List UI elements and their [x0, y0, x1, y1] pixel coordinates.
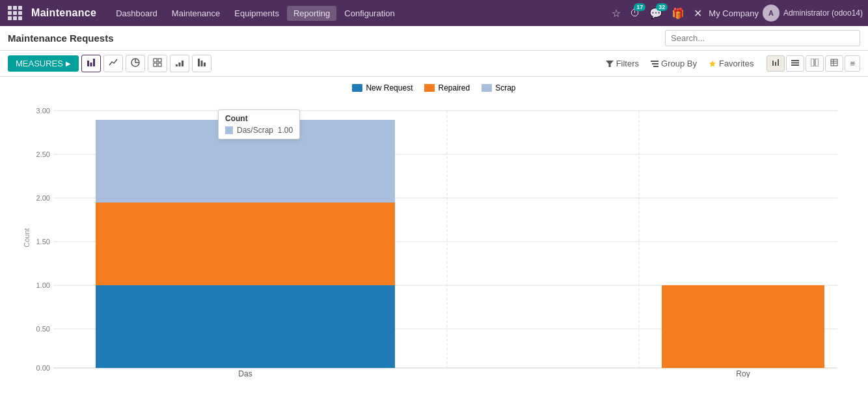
svg-rect-15 [204, 63, 206, 66]
clock-badge: 17 [634, 3, 645, 11]
search-input[interactable] [665, 30, 860, 46]
scrap-swatch [481, 84, 492, 92]
close-icon[interactable]: ✕ [691, 5, 705, 22]
legend-repaired: Repaired [424, 83, 470, 92]
bar-chart-button[interactable] [81, 55, 101, 72]
svg-marker-16 [606, 61, 614, 67]
kanban-view-button[interactable] [806, 55, 824, 72]
svg-rect-14 [200, 61, 202, 66]
svg-rect-1 [90, 63, 92, 66]
favorites-button[interactable]: Favorites [703, 56, 759, 71]
nav-right: ☆ ⏱ 17 💬 32 🎁 ✕ My Company A Administrat… [609, 5, 863, 22]
svg-text:2.50: 2.50 [36, 150, 50, 158]
new-request-swatch [352, 84, 362, 92]
sort-asc-button[interactable] [170, 55, 189, 72]
svg-rect-26 [811, 59, 814, 66]
top-navigation: Maintenance Dashboard Maintenance Equipm… [0, 0, 868, 26]
favorites-label: Favorites [719, 59, 753, 68]
svg-text:3.00: 3.00 [36, 107, 50, 115]
avatar-initials: A [768, 9, 774, 17]
gift-icon[interactable]: 🎁 [669, 5, 687, 22]
svg-rect-17 [651, 61, 658, 62]
page-title: Maintenance Requests [8, 33, 660, 44]
svg-rect-6 [154, 59, 157, 62]
svg-text:Roy: Roy [736, 369, 750, 378]
filters-label: Filters [616, 59, 639, 68]
table-view-button[interactable] [825, 55, 843, 72]
svg-text:1.50: 1.50 [36, 238, 50, 246]
svg-rect-19 [653, 66, 658, 67]
user-label: Administrator (odoo14) [783, 8, 863, 18]
svg-rect-22 [778, 59, 779, 66]
measures-arrow-icon: ▶ [66, 60, 71, 67]
svg-rect-21 [775, 62, 776, 66]
svg-rect-7 [158, 59, 161, 62]
svg-rect-18 [652, 63, 658, 64]
filters-button[interactable]: Filters [601, 56, 644, 71]
das-repaired-bar [96, 203, 395, 285]
clock-icon[interactable]: ⏱ 17 [627, 5, 643, 21]
legend-scrap: Scrap [481, 83, 515, 92]
messages-badge: 32 [656, 3, 668, 11]
nav-dashboard[interactable]: Dashboard [109, 6, 164, 21]
toolbar: MEASURES ▶ Filters Group By Favorites [0, 51, 868, 77]
repaired-label: Repaired [438, 83, 470, 92]
svg-rect-0 [87, 61, 89, 66]
subheader: Maintenance Requests [0, 26, 868, 51]
roy-repaired-bar [662, 285, 824, 368]
nav-equipments[interactable]: Equipments [228, 6, 286, 21]
pie-chart-button[interactable] [126, 55, 145, 72]
nav-maintenance[interactable]: Maintenance [165, 6, 226, 21]
more-view-button[interactable]: ≡ [845, 55, 860, 72]
svg-rect-28 [831, 59, 837, 66]
svg-rect-20 [772, 61, 774, 66]
app-brand: Maintenance [31, 7, 96, 19]
das-scrap-bar [96, 120, 395, 203]
view-buttons: ≡ [766, 55, 860, 72]
bar-view-button[interactable] [766, 55, 785, 72]
svg-text:Count: Count [23, 228, 31, 247]
avatar[interactable]: A [763, 5, 780, 21]
chart-svg: Count 3.00 2.50 2.00 1.50 1.00 [13, 98, 855, 378]
repaired-swatch [424, 84, 435, 92]
svg-rect-9 [158, 63, 161, 66]
svg-text:Das: Das [238, 369, 252, 378]
svg-rect-27 [815, 59, 819, 66]
svg-text:0.00: 0.00 [36, 364, 50, 372]
messages-icon[interactable]: 💬 32 [647, 5, 665, 22]
chart-legend: New Request Repaired Scrap [13, 83, 855, 92]
apps-grid-icon[interactable] [5, 3, 25, 23]
nav-reporting[interactable]: Reporting [287, 6, 336, 21]
svg-rect-25 [791, 64, 799, 66]
measures-label: MEASURES [16, 59, 63, 68]
svg-text:0.50: 0.50 [36, 325, 50, 333]
svg-rect-24 [791, 63, 799, 64]
pivot-button[interactable] [148, 55, 167, 72]
svg-text:1.00: 1.00 [36, 281, 50, 289]
star-icon[interactable]: ☆ [609, 5, 623, 22]
svg-rect-11 [178, 63, 180, 66]
scrap-label: Scrap [495, 83, 515, 92]
das-new-request-bar [96, 285, 395, 368]
chart-area: New Request Repaired Scrap Count 3.00 2. [0, 77, 868, 396]
nav-configuration[interactable]: Configuration [338, 6, 401, 21]
list-view-button[interactable] [786, 55, 804, 72]
sort-desc-button[interactable] [192, 55, 211, 72]
company-label: My Company [709, 8, 759, 18]
measures-button[interactable]: MEASURES ▶ [8, 55, 79, 72]
chart-svg-wrapper: Count 3.00 2.50 2.00 1.50 1.00 [13, 98, 855, 384]
svg-rect-23 [791, 60, 799, 61]
svg-rect-8 [154, 63, 157, 66]
svg-rect-12 [182, 61, 183, 66]
main-menu: Dashboard Maintenance Equipments Reporti… [109, 6, 609, 21]
svg-rect-10 [176, 64, 178, 66]
new-request-label: New Request [366, 83, 413, 92]
svg-text:2.00: 2.00 [36, 194, 50, 202]
groupby-label: Group By [661, 59, 697, 68]
svg-rect-13 [198, 59, 200, 66]
legend-new-request: New Request [352, 83, 413, 92]
line-chart-button[interactable] [103, 55, 123, 72]
svg-rect-2 [93, 59, 95, 66]
groupby-button[interactable]: Group By [645, 56, 702, 71]
filter-group: Filters Group By Favorites [601, 56, 759, 71]
